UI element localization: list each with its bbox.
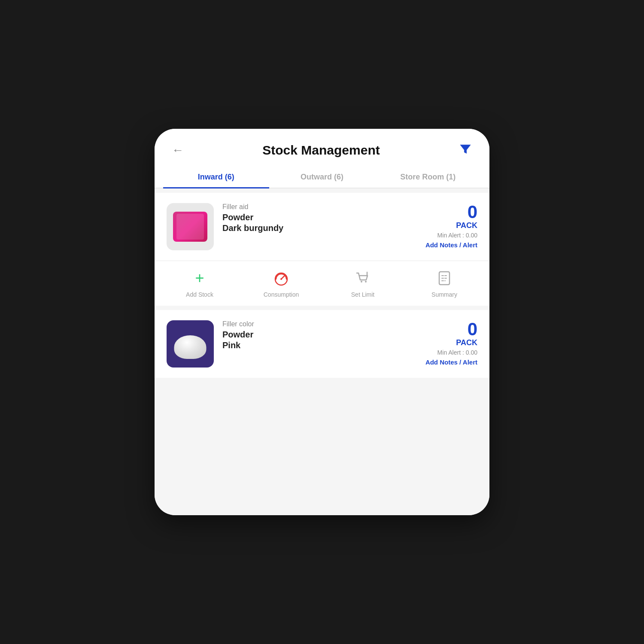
gauge-icon xyxy=(272,269,291,288)
item-right-filler-color: 0 PACK Min Alert : 0.00 Add Notes / Aler… xyxy=(425,320,477,366)
stock-item-row-2: Filler color Powder Pink 0 PACK Min Aler… xyxy=(155,310,489,378)
set-limit-button[interactable]: Set Limit xyxy=(322,269,404,298)
item-count: 0 xyxy=(425,203,477,221)
back-button[interactable]: ← xyxy=(172,143,184,157)
svg-point-3 xyxy=(361,281,362,283)
item-name: Powder xyxy=(222,213,417,222)
add-stock-button[interactable]: + Add Stock xyxy=(159,269,240,298)
item-right-filler-aid: 0 PACK Min Alert : 0.00 Add Notes / Aler… xyxy=(425,203,477,249)
item-count-2: 0 xyxy=(425,320,477,338)
plus-icon: + xyxy=(190,269,209,288)
item-image-filler-aid xyxy=(167,203,214,250)
summary-button[interactable]: Summary xyxy=(404,269,485,298)
min-alert: Min Alert : 0.00 xyxy=(425,232,477,239)
add-stock-label: Add Stock xyxy=(186,291,213,298)
consumption-label: Consumption xyxy=(264,291,299,298)
item-name-2: Powder xyxy=(222,330,417,340)
tab-outward[interactable]: Outward (6) xyxy=(269,167,375,188)
summary-label: Summary xyxy=(431,291,457,298)
item-details-filler-aid: Filler aid Powder Dark burgundy xyxy=(222,203,417,233)
action-bar-filler-aid: + Add Stock xyxy=(155,261,489,306)
svg-point-4 xyxy=(365,281,367,283)
stock-item-row: Filler aid Powder Dark burgundy 0 PACK M… xyxy=(155,193,489,261)
item-unit: PACK xyxy=(425,221,477,230)
add-notes-button-2[interactable]: Add Notes / Alert xyxy=(425,358,477,366)
item-category: Filler aid xyxy=(222,203,417,211)
item-category-2: Filler color xyxy=(222,320,417,328)
tabs-container: Inward (6) Outward (6) Store Room (1) xyxy=(155,167,489,188)
min-alert-2: Min Alert : 0.00 xyxy=(425,349,477,356)
cart-icon xyxy=(353,269,372,288)
pink-bag-image xyxy=(173,212,207,242)
page-title: Stock Management xyxy=(262,143,380,158)
item-unit-2: PACK xyxy=(425,338,477,347)
white-powder-image xyxy=(173,329,207,359)
app-container: ← Stock Management Inward (6) Outward (6… xyxy=(155,129,489,515)
add-notes-button[interactable]: Add Notes / Alert xyxy=(425,241,477,249)
stock-card-filler-aid: Filler aid Powder Dark burgundy 0 PACK M… xyxy=(155,193,489,306)
item-variant: Dark burgundy xyxy=(222,223,417,233)
header: ← Stock Management xyxy=(155,129,489,167)
set-limit-label: Set Limit xyxy=(351,291,374,298)
filter-icon[interactable] xyxy=(459,143,472,158)
stock-card-filler-color: Filler color Powder Pink 0 PACK Min Aler… xyxy=(155,310,489,378)
item-details-filler-color: Filler color Powder Pink xyxy=(222,320,417,350)
item-variant-2: Pink xyxy=(222,340,417,350)
tab-inward[interactable]: Inward (6) xyxy=(163,167,269,188)
item-image-filler-color xyxy=(167,320,214,368)
content-area: Filler aid Powder Dark burgundy 0 PACK M… xyxy=(155,188,489,515)
tab-storeroom[interactable]: Store Room (1) xyxy=(375,167,481,188)
doc-icon xyxy=(435,269,454,288)
svg-point-6 xyxy=(367,276,368,277)
consumption-button[interactable]: Consumption xyxy=(240,269,322,298)
svg-point-2 xyxy=(280,278,282,280)
